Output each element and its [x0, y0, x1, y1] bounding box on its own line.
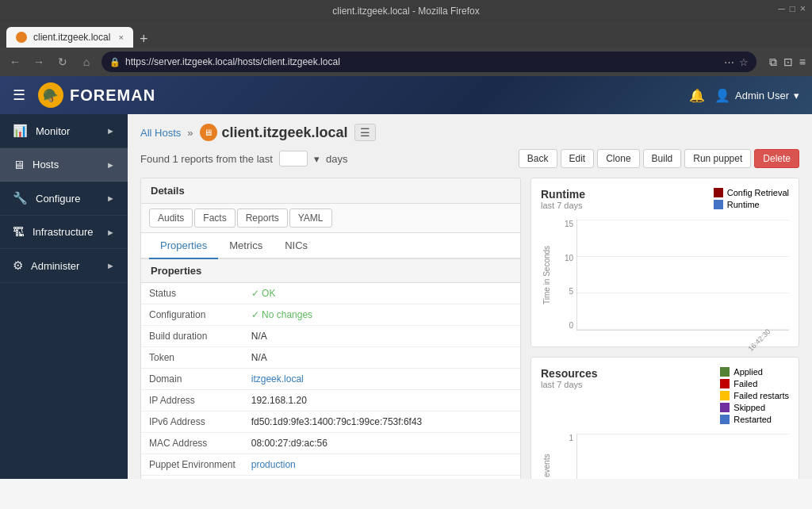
header-right: 🔔 👤 Admin User ▾: [689, 88, 799, 103]
user-menu[interactable]: 👤 Admin User ▾: [714, 88, 799, 103]
sidebar-item-administer[interactable]: ⚙ Administer ►: [0, 249, 128, 283]
table-row: TokenN/A: [141, 347, 520, 369]
clone-button[interactable]: Clone: [597, 149, 639, 168]
runtime-chart-subtitle: last 7 days: [541, 201, 585, 210]
back-action-button[interactable]: Back: [519, 149, 557, 168]
runtime-chart-legend: Config Retrieval Runtime: [714, 188, 789, 209]
content-area: All Hosts » 🖥 client.itzgeek.local ☰ Fou…: [128, 114, 812, 479]
runtime-chart-area-wrapper: Time in Seconds 15 10 5 0: [541, 213, 789, 337]
nics-sub-tab[interactable]: NICs: [274, 233, 319, 259]
res-y-label-1: 1: [553, 434, 573, 442]
report-suffix: days: [326, 153, 347, 165]
table-row: Domainitzgeek.local: [141, 369, 520, 390]
new-tab-button[interactable]: +: [133, 31, 155, 48]
runtime-legend: Runtime: [714, 200, 789, 209]
runtime-chart-header: Runtime last 7 days Config Retrieval: [541, 188, 789, 210]
sidebar-item-monitor[interactable]: 📊 Monitor ►: [0, 114, 128, 148]
logo-area: 🪖 FOREMAN: [38, 82, 155, 108]
toolbar-icons: ⧉ ⊡ ≡: [769, 55, 806, 69]
chart-gridlines: [577, 220, 789, 330]
facts-tab[interactable]: Facts: [194, 209, 235, 228]
sidebar-item-configure[interactable]: 🔧 Configure ►: [0, 182, 128, 216]
prop-value[interactable]: itzgeek.local: [243, 369, 520, 390]
url-text[interactable]: https://server.itzgeek.local/hosts/clien…: [125, 56, 719, 67]
resources-chart-title: Resources: [541, 367, 598, 380]
configure-icon: 🔧: [13, 191, 28, 205]
runtime-chart-title-group: Runtime last 7 days: [541, 188, 585, 210]
properties-sub-tab[interactable]: Properties: [149, 233, 218, 259]
runtime-color: [714, 200, 723, 209]
audits-tab[interactable]: Audits: [149, 209, 193, 228]
sidebar-item-hosts[interactable]: 🖥 Hosts ►: [0, 148, 128, 182]
app-wrapper: ☰ 🪖 FOREMAN 🔔 👤 Admin User ▾ 📊 Monitor ►…: [0, 76, 812, 479]
notification-icon[interactable]: 🔔: [689, 88, 705, 103]
sidebar-label-administer: Administer: [31, 260, 98, 272]
hamburger-menu-icon[interactable]: ☰: [13, 86, 25, 104]
runtime-chart-box: Runtime last 7 days Config Retrieval: [530, 178, 799, 347]
refresh-button[interactable]: ↻: [54, 53, 71, 71]
active-browser-tab[interactable]: client.itzgeek.local ×: [6, 27, 133, 48]
tab-close-button[interactable]: ×: [119, 33, 124, 42]
sidebar-arrow-configure: ►: [106, 193, 115, 203]
status-ok-icon: ✓: [251, 288, 259, 299]
sidebar-item-infrastructure[interactable]: 🏗 Infrastructure ►: [0, 216, 128, 249]
build-button[interactable]: Build: [643, 149, 682, 168]
sidebar-arrow-monitor: ►: [106, 126, 115, 136]
yaml-tab[interactable]: YAML: [289, 209, 332, 228]
properties-section-header: Properties: [141, 259, 520, 283]
bookmark-icon[interactable]: ☆: [739, 56, 749, 68]
days-input[interactable]: 1: [279, 151, 308, 166]
y-label-0: 0: [553, 321, 573, 330]
prop-key: Architecture: [141, 476, 243, 480]
prop-key: Domain: [141, 369, 243, 390]
left-panel: Details Audits Facts Reports YAML Proper…: [140, 178, 521, 479]
prop-key: IPv6 Address: [141, 411, 243, 433]
days-dropdown-icon[interactable]: ▾: [314, 153, 320, 165]
minimize-icon[interactable]: ─: [778, 3, 785, 14]
config-retrieval-color: [714, 188, 723, 197]
run-puppet-button[interactable]: Run puppet: [684, 149, 751, 168]
edit-button[interactable]: Edit: [561, 149, 595, 168]
restarted-label: Restarted: [733, 415, 772, 424]
back-button[interactable]: ←: [6, 53, 24, 71]
extensions-icon[interactable]: ⧉: [769, 55, 777, 69]
y-label-5: 5: [553, 287, 573, 296]
resources-chart-canvas: 1: [576, 434, 789, 479]
metrics-sub-tab[interactable]: Metrics: [218, 233, 274, 259]
reports-tab[interactable]: Reports: [237, 209, 288, 228]
delete-button[interactable]: Delete: [754, 149, 799, 168]
table-row: IP Address192.168.1.20: [141, 390, 520, 411]
runtime-chart-canvas: 15 10 5 0: [576, 220, 789, 331]
skipped-legend: Skipped: [720, 403, 789, 412]
prop-value[interactable]: x86_64: [243, 476, 520, 480]
applied-label: Applied: [733, 367, 763, 377]
table-row: Architecturex86_64: [141, 476, 520, 480]
url-menu-icon[interactable]: ⋯: [724, 56, 734, 68]
user-avatar-icon: 👤: [714, 88, 730, 103]
fullscreen-icon[interactable]: ⊡: [783, 55, 793, 69]
maximize-icon[interactable]: □: [790, 3, 795, 14]
prop-value[interactable]: production: [243, 454, 520, 476]
menu-icon[interactable]: ≡: [799, 55, 806, 69]
all-hosts-link[interactable]: All Hosts: [140, 127, 181, 139]
prop-value: ✓ OK: [243, 283, 520, 304]
resources-chart-area-wrapper: events 1: [541, 427, 789, 479]
home-button[interactable]: ⌂: [78, 53, 95, 71]
kebab-menu-button[interactable]: ☰: [354, 124, 376, 141]
close-window-icon[interactable]: ×: [800, 3, 806, 14]
host-name: client.itzgeek.local: [222, 124, 348, 141]
failed-color: [720, 379, 730, 388]
gridline-10: [577, 256, 789, 257]
browser-titlebar: client.itzgeek.local - Mozilla Firefox ─…: [0, 0, 812, 22]
config-retrieval-label: Config Retrieval: [727, 188, 789, 197]
details-box: Details Audits Facts Reports YAML Proper…: [140, 178, 521, 479]
main-grid: Details Audits Facts Reports YAML Proper…: [140, 178, 799, 479]
runtime-x-axis-label: 16:42:30: [747, 327, 772, 353]
app-header: ☰ 🪖 FOREMAN 🔔 👤 Admin User ▾: [0, 76, 812, 114]
forward-button[interactable]: →: [30, 53, 48, 71]
runtime-chart-title: Runtime: [541, 188, 585, 201]
y-label-10: 10: [553, 254, 573, 262]
infrastructure-icon: 🏗: [13, 225, 25, 239]
sidebar-label-configure: Configure: [36, 193, 98, 205]
gridline-0: [577, 329, 789, 330]
